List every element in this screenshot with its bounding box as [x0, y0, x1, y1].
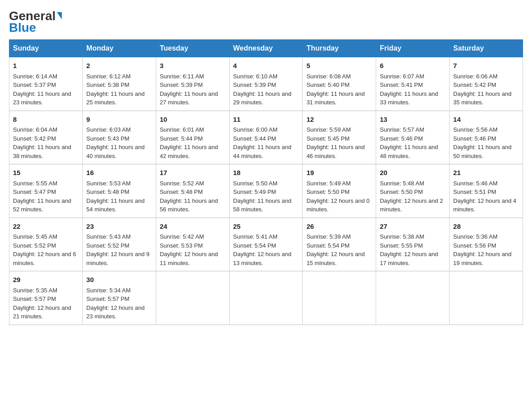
daylight-label: Daylight: 11 hours and 38 minutes. [13, 144, 71, 159]
calendar-cell: 29Sunrise: 5:35 AMSunset: 5:57 PMDayligh… [9, 271, 83, 325]
sunset-label: Sunset: 5:48 PM [160, 188, 203, 195]
logo-blue-text: Blue [9, 21, 36, 35]
sunrise-label: Sunrise: 5:56 AM [453, 126, 498, 133]
day-number: 15 [13, 168, 79, 178]
sunrise-label: Sunrise: 6:12 AM [86, 73, 131, 80]
calendar-cell: 16Sunrise: 5:53 AMSunset: 5:48 PMDayligh… [82, 164, 156, 218]
calendar-cell: 5Sunrise: 6:08 AMSunset: 5:40 PMDaylight… [303, 57, 376, 111]
sunrise-label: Sunrise: 5:52 AM [160, 180, 204, 187]
day-number: 8 [13, 115, 79, 125]
sunrise-label: Sunrise: 6:04 AM [13, 126, 57, 133]
sunset-label: Sunset: 5:53 PM [160, 242, 203, 249]
sunrise-label: Sunrise: 5:41 AM [233, 233, 278, 240]
day-number: 28 [453, 222, 519, 232]
daylight-label: Daylight: 12 hours and 17 minutes. [380, 251, 438, 266]
day-number: 4 [233, 61, 299, 71]
sunset-label: Sunset: 5:51 PM [453, 188, 496, 195]
daylight-label: Daylight: 12 hours and 13 minutes. [233, 251, 292, 266]
day-number: 29 [13, 275, 79, 285]
day-number: 6 [380, 61, 446, 71]
sunrise-label: Sunrise: 6:01 AM [160, 126, 204, 133]
calendar-header-monday: Monday [82, 40, 156, 57]
calendar-header-row: SundayMondayTuesdayWednesdayThursdayFrid… [9, 40, 523, 57]
day-number: 20 [380, 168, 446, 178]
sunrise-label: Sunrise: 5:59 AM [306, 126, 351, 133]
calendar-cell: 27Sunrise: 5:38 AMSunset: 5:55 PMDayligh… [376, 218, 450, 271]
calendar-header-friday: Friday [376, 40, 450, 57]
sunset-label: Sunset: 5:54 PM [306, 242, 349, 249]
sunset-label: Sunset: 5:39 PM [160, 81, 203, 88]
sunrise-label: Sunrise: 6:00 AM [233, 126, 278, 133]
sunset-label: Sunset: 5:52 PM [86, 242, 129, 249]
sunrise-label: Sunrise: 5:43 AM [86, 233, 131, 240]
calendar-cell [376, 271, 450, 325]
calendar-cell: 28Sunrise: 5:36 AMSunset: 5:56 PMDayligh… [450, 218, 523, 271]
sunset-label: Sunset: 5:40 PM [306, 81, 349, 88]
calendar-cell: 12Sunrise: 5:59 AMSunset: 5:45 PMDayligh… [303, 111, 376, 164]
sunrise-label: Sunrise: 5:38 AM [380, 233, 424, 240]
daylight-label: Daylight: 12 hours and 23 minutes. [86, 304, 145, 320]
sunrise-label: Sunrise: 6:07 AM [380, 73, 424, 80]
calendar-cell [303, 271, 376, 325]
sunrise-label: Sunrise: 6:11 AM [160, 73, 204, 80]
daylight-label: Daylight: 12 hours and 9 minutes. [86, 251, 150, 266]
sunrise-label: Sunrise: 5:48 AM [380, 180, 424, 187]
calendar-cell [156, 271, 229, 325]
sunset-label: Sunset: 5:48 PM [86, 188, 129, 195]
daylight-label: Daylight: 11 hours and 29 minutes. [233, 90, 292, 106]
day-number: 13 [380, 115, 446, 125]
calendar-cell: 30Sunrise: 5:34 AMSunset: 5:57 PMDayligh… [82, 271, 156, 325]
calendar-header-wednesday: Wednesday [229, 40, 303, 57]
calendar-header-saturday: Saturday [450, 40, 523, 57]
day-number: 19 [306, 168, 372, 178]
daylight-label: Daylight: 12 hours and 4 minutes. [453, 197, 516, 213]
calendar-cell: 19Sunrise: 5:49 AMSunset: 5:50 PMDayligh… [303, 164, 376, 218]
daylight-label: Daylight: 12 hours and 11 minutes. [160, 251, 218, 266]
calendar-cell [450, 271, 523, 325]
day-number: 1 [13, 61, 79, 71]
day-number: 12 [306, 115, 372, 125]
daylight-label: Daylight: 12 hours and 21 minutes. [13, 304, 71, 320]
sunrise-label: Sunrise: 5:55 AM [13, 180, 57, 187]
day-number: 16 [86, 168, 152, 178]
daylight-label: Daylight: 12 hours and 19 minutes. [453, 251, 511, 266]
daylight-label: Daylight: 11 hours and 33 minutes. [380, 90, 438, 106]
sunset-label: Sunset: 5:46 PM [453, 135, 496, 142]
sunrise-label: Sunrise: 5:42 AM [160, 233, 204, 240]
calendar-cell: 4Sunrise: 6:10 AMSunset: 5:39 PMDaylight… [229, 57, 303, 111]
day-number: 3 [160, 61, 226, 71]
calendar-cell: 11Sunrise: 6:00 AMSunset: 5:44 PMDayligh… [229, 111, 303, 164]
daylight-label: Daylight: 11 hours and 54 minutes. [86, 197, 145, 213]
calendar-cell: 17Sunrise: 5:52 AMSunset: 5:48 PMDayligh… [156, 164, 229, 218]
daylight-label: Daylight: 11 hours and 31 minutes. [306, 90, 365, 106]
sunset-label: Sunset: 5:47 PM [13, 188, 56, 195]
calendar-week-row: 15Sunrise: 5:55 AMSunset: 5:47 PMDayligh… [9, 164, 523, 218]
daylight-label: Daylight: 11 hours and 40 minutes. [86, 144, 145, 159]
daylight-label: Daylight: 12 hours and 6 minutes. [13, 251, 76, 266]
sunset-label: Sunset: 5:52 PM [13, 242, 56, 249]
sunrise-label: Sunrise: 5:57 AM [380, 126, 424, 133]
calendar-cell: 15Sunrise: 5:55 AMSunset: 5:47 PMDayligh… [9, 164, 83, 218]
day-number: 30 [86, 275, 152, 285]
calendar-week-row: 22Sunrise: 5:45 AMSunset: 5:52 PMDayligh… [9, 218, 523, 271]
day-number: 21 [453, 168, 519, 178]
daylight-label: Daylight: 11 hours and 52 minutes. [13, 197, 71, 213]
day-number: 5 [306, 61, 372, 71]
day-number: 11 [233, 115, 299, 125]
daylight-label: Daylight: 11 hours and 35 minutes. [453, 90, 511, 106]
sunset-label: Sunset: 5:44 PM [160, 135, 203, 142]
calendar-cell: 8Sunrise: 6:04 AMSunset: 5:42 PMDaylight… [9, 111, 83, 164]
calendar-header-thursday: Thursday [303, 40, 376, 57]
logo-triangle-icon [57, 12, 62, 19]
daylight-label: Daylight: 11 hours and 42 minutes. [160, 144, 218, 159]
sunrise-label: Sunrise: 5:39 AM [306, 233, 351, 240]
sunset-label: Sunset: 5:50 PM [306, 188, 349, 195]
calendar-cell: 7Sunrise: 6:06 AMSunset: 5:42 PMDaylight… [450, 57, 523, 111]
calendar-cell: 1Sunrise: 6:14 AMSunset: 5:37 PMDaylight… [9, 57, 83, 111]
daylight-label: Daylight: 12 hours and 0 minutes. [306, 197, 369, 213]
calendar-cell: 14Sunrise: 5:56 AMSunset: 5:46 PMDayligh… [450, 111, 523, 164]
sunrise-label: Sunrise: 6:06 AM [453, 73, 498, 80]
daylight-label: Daylight: 11 hours and 23 minutes. [13, 90, 71, 106]
sunrise-label: Sunrise: 6:03 AM [86, 126, 131, 133]
calendar-cell: 25Sunrise: 5:41 AMSunset: 5:54 PMDayligh… [229, 218, 303, 271]
